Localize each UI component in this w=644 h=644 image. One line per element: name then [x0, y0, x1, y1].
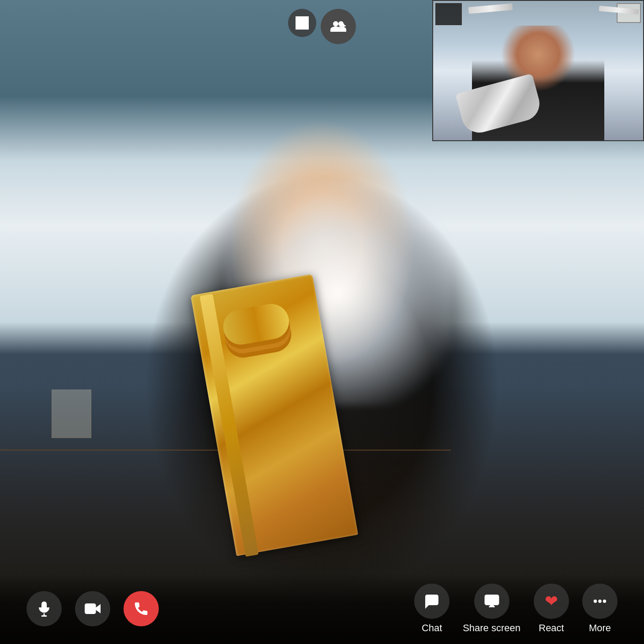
video-container: Chat Share screen ❤ React [0, 0, 644, 644]
share-screen-icon [484, 593, 500, 609]
mic-button[interactable] [26, 591, 62, 626]
svg-point-12 [594, 600, 597, 603]
heart-icon: ❤ [545, 592, 558, 610]
mic-button-circle [26, 591, 62, 626]
react-circle: ❤ [534, 584, 569, 619]
wall-document [52, 389, 91, 438]
svg-point-13 [599, 600, 601, 603]
chat-button[interactable]: Chat [414, 584, 449, 634]
mic-icon [36, 601, 52, 617]
svg-rect-10 [485, 595, 498, 605]
svg-rect-9 [86, 604, 96, 614]
share-screen-circle [474, 584, 509, 619]
end-call-circle [124, 591, 159, 626]
chat-label: Chat [422, 622, 442, 634]
more-circle [582, 584, 618, 619]
share-screen-label: Share screen [463, 622, 520, 634]
camera-button[interactable] [75, 591, 110, 626]
end-call-button[interactable] [124, 591, 159, 626]
end-call-icon [133, 601, 149, 617]
share-screen-button[interactable]: Share screen [463, 584, 520, 634]
camera-icon [85, 601, 101, 617]
svg-rect-1 [303, 17, 308, 22]
more-button[interactable]: More [582, 584, 618, 634]
toolbar-left [26, 591, 159, 626]
top-controls [0, 9, 644, 44]
svg-rect-2 [296, 24, 302, 29]
react-label: React [539, 622, 564, 634]
react-button[interactable]: ❤ React [534, 584, 569, 634]
toolbar-right: Chat Share screen ❤ React [414, 584, 618, 634]
svg-rect-3 [303, 24, 308, 29]
layout-button[interactable] [288, 9, 316, 37]
chat-icon [424, 593, 440, 609]
chat-button-circle [414, 584, 449, 619]
more-icon [592, 593, 608, 609]
svg-point-14 [603, 600, 606, 603]
bottom-toolbar: Chat Share screen ❤ React [0, 573, 644, 644]
svg-rect-0 [296, 17, 302, 22]
camera-button-circle [75, 591, 110, 626]
layout-icon [294, 15, 310, 31]
more-label: More [589, 622, 611, 634]
add-person-icon [330, 19, 346, 34]
add-person-button[interactable] [321, 9, 356, 44]
